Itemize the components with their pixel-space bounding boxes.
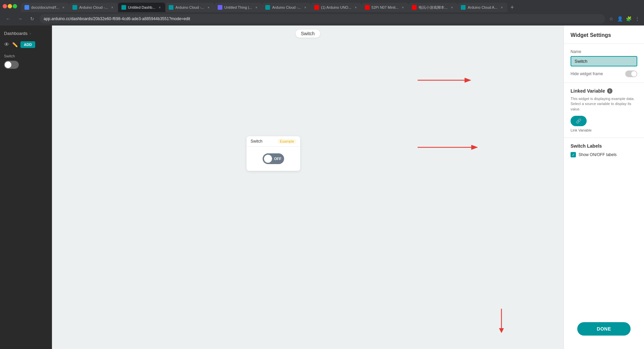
settings-name-input[interactable]: [571, 56, 637, 66]
breadcrumb: Dashboards ›: [0, 28, 52, 39]
linked-variable-title-text: Linked Variable: [571, 88, 605, 94]
tab-title: Arduino Cloud -...: [175, 5, 204, 9]
widget-card-header: Switch Example: [247, 136, 300, 147]
arrow-to-name-field: [418, 75, 475, 85]
tab-title: 52Pi N07 Minit...: [372, 5, 399, 9]
eye-icon[interactable]: 👁: [4, 42, 9, 48]
tab-title: 电玩小游戏脚本...: [419, 5, 447, 10]
linked-variable-description: This widget is displaying example data. …: [571, 96, 637, 112]
tab-favicon: [265, 5, 270, 10]
breadcrumb-separator: ›: [30, 31, 31, 36]
tab-favicon: [365, 5, 370, 10]
sidebar-widget-item: Switch: [0, 51, 52, 72]
widget-card-name-label: Switch: [251, 139, 262, 144]
tab-close-button[interactable]: ×: [110, 5, 115, 10]
app-layout: Dashboards › 👁 ✏️ ADD Switch Switch Swit…: [0, 26, 644, 349]
sidebar-widget-toggle-preview: [4, 61, 48, 69]
tab-close-button[interactable]: ×: [400, 5, 405, 10]
settings-spacer: [564, 163, 644, 315]
canvas-widget-title: Switch: [296, 30, 320, 38]
tab-title: docs/docs/md/f...: [31, 5, 59, 9]
tab-title: Arduino Cloud A...: [468, 5, 497, 9]
tab-title: Arduino Cloud -...: [272, 5, 301, 9]
arrow-to-link-variable: [418, 142, 481, 152]
back-button[interactable]: ←: [3, 14, 13, 23]
done-button[interactable]: DONE: [577, 322, 631, 336]
settings-linked-var-section: Linked Variable i This widget is display…: [564, 83, 644, 138]
settings-switch-labels-section: Switch Labels ✓ Show ON/OFF labels: [564, 138, 644, 163]
refresh-button[interactable]: ↻: [28, 14, 37, 23]
browser-tab-t4[interactable]: Arduino Cloud -...×: [165, 3, 214, 12]
bookmark-icon[interactable]: ☆: [608, 15, 614, 22]
browser-tab-t5[interactable]: Untitled Thing |...×: [214, 3, 262, 12]
browser-nav-actions: ☆ 👤 🧩 ⋮: [608, 15, 641, 22]
settings-name-label: Name: [571, 49, 637, 54]
tab-close-button[interactable]: ×: [354, 5, 358, 10]
arrow-to-done-button: [485, 309, 512, 336]
tab-title: Untitled Thing |...: [224, 5, 252, 9]
browser-tab-t7[interactable]: (1) Arduino UNO...×: [311, 3, 361, 12]
sidebar-toggle-off[interactable]: [4, 61, 19, 69]
menu-icon[interactable]: ⋮: [634, 15, 641, 22]
settings-footer: DONE: [564, 315, 644, 349]
extensions-icon[interactable]: 🧩: [625, 15, 632, 22]
settings-panel-title: Widget Settings: [564, 26, 644, 44]
tab-close-button[interactable]: ×: [206, 5, 211, 10]
hide-frame-toggle[interactable]: [625, 70, 637, 77]
close-window-button[interactable]: [3, 4, 7, 8]
tab-favicon: [169, 5, 173, 10]
linked-variable-title: Linked Variable i: [571, 88, 637, 94]
browser-tab-t9[interactable]: 电玩小游戏脚本...×: [409, 3, 458, 12]
minimize-window-button[interactable]: [8, 4, 12, 8]
tab-title: Untitled Dashb...: [128, 5, 155, 9]
link-icon: 🔗: [576, 118, 581, 123]
breadcrumb-parent[interactable]: Dashboards: [4, 31, 28, 36]
widget-toggle-switch[interactable]: OFF: [263, 153, 284, 164]
tab-favicon: [72, 5, 77, 10]
settings-name-section: Name Hide widget frame: [564, 44, 644, 83]
switch-labels-title: Switch Labels: [571, 143, 637, 149]
browser-tab-t6[interactable]: Arduino Cloud -...×: [262, 3, 311, 12]
tab-title: Arduino Cloud -...: [79, 5, 108, 9]
show-labels-row: ✓ Show ON/OFF labels: [571, 152, 637, 157]
show-labels-checkbox[interactable]: ✓: [571, 152, 576, 157]
show-labels-text: Show ON/OFF labels: [579, 152, 616, 157]
window-controls[interactable]: [3, 4, 17, 8]
widget-card-body: OFF: [247, 147, 300, 171]
link-variable-label: Link Variable: [571, 128, 637, 132]
sidebar-widget-label: Switch: [4, 54, 48, 58]
browser-tabs: docs/docs/md/f...×Arduino Cloud -...×Unt…: [21, 0, 641, 12]
settings-hide-frame-row: Hide widget frame: [571, 70, 637, 77]
widget-card-badge: Example: [278, 139, 296, 144]
browser-tab-t8[interactable]: 52Pi N07 Minit...×: [362, 3, 409, 12]
tab-favicon: [412, 5, 417, 10]
edit-icon[interactable]: ✏️: [12, 42, 18, 47]
hide-frame-label: Hide widget frame: [571, 71, 603, 76]
link-variable-button[interactable]: 🔗: [571, 116, 587, 126]
tab-title: (1) Arduino UNO...: [321, 5, 351, 9]
maximize-window-button[interactable]: [13, 4, 17, 8]
navigation-bar: ← → ↻ app.arduino.cc/dashboards/20b32e60…: [0, 12, 644, 26]
sidebar-actions: 👁 ✏️ ADD: [0, 39, 52, 51]
browser-tab-t1[interactable]: docs/docs/md/f...×: [21, 3, 69, 12]
add-button[interactable]: ADD: [20, 41, 35, 48]
tab-close-button[interactable]: ×: [157, 5, 162, 10]
sidebar: Dashboards › 👁 ✏️ ADD Switch: [0, 26, 52, 349]
tab-favicon: [218, 5, 222, 10]
tab-close-button[interactable]: ×: [61, 5, 66, 10]
settings-panel: Widget Settings Name Hide widget frame L…: [564, 26, 644, 349]
browser-tab-t2[interactable]: Arduino Cloud -...×: [69, 3, 118, 12]
tab-favicon: [121, 5, 126, 10]
profile-icon[interactable]: 👤: [616, 15, 623, 22]
tab-close-button[interactable]: ×: [449, 5, 454, 10]
tab-close-button[interactable]: ×: [303, 5, 308, 10]
tab-favicon: [24, 5, 29, 10]
browser-tab-t10[interactable]: Arduino Cloud A...×: [458, 3, 507, 12]
forward-button[interactable]: →: [15, 14, 25, 23]
tab-close-button[interactable]: ×: [254, 5, 259, 10]
browser-tab-t3[interactable]: Untitled Dashb...×: [118, 3, 165, 12]
address-bar[interactable]: app.arduino.cc/dashboards/20b32e60-f698-…: [40, 14, 605, 23]
new-tab-button[interactable]: +: [507, 3, 517, 12]
info-icon[interactable]: i: [607, 88, 612, 94]
tab-close-button[interactable]: ×: [499, 5, 504, 10]
